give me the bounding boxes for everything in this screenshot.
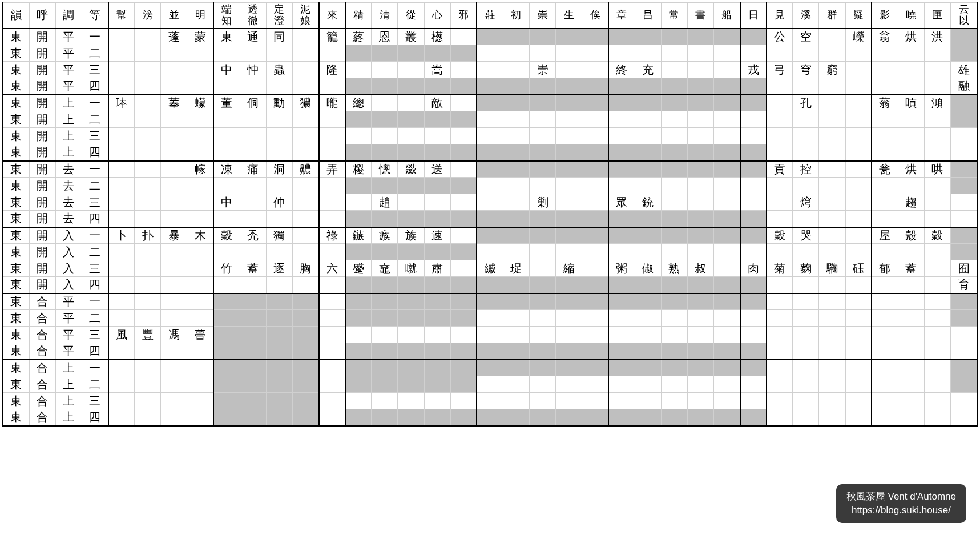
table-cell bbox=[450, 260, 477, 277]
table-cell bbox=[740, 244, 767, 260]
table-cell bbox=[582, 62, 608, 78]
table-cell bbox=[345, 211, 372, 227]
table-cell bbox=[951, 178, 978, 194]
table-cell bbox=[635, 111, 661, 128]
table-cell: 郁 bbox=[872, 260, 898, 277]
table-cell bbox=[319, 211, 345, 227]
table-cell: 二 bbox=[82, 45, 108, 62]
table-cell bbox=[135, 409, 161, 426]
table-cell bbox=[845, 95, 872, 111]
table-cell: 東 bbox=[3, 277, 29, 293]
table-cell bbox=[582, 78, 608, 95]
table-cell bbox=[687, 327, 713, 343]
table-cell: 烘 bbox=[898, 161, 924, 178]
table-cell: 窮 bbox=[819, 62, 845, 78]
table-cell bbox=[793, 310, 819, 327]
table-cell bbox=[793, 409, 819, 426]
table-cell bbox=[635, 128, 661, 144]
table-cell bbox=[767, 45, 793, 62]
table-cell bbox=[635, 310, 661, 327]
table-cell bbox=[582, 360, 608, 376]
table-cell bbox=[345, 144, 372, 161]
table-cell bbox=[161, 211, 187, 227]
table-cell bbox=[608, 111, 635, 128]
table-cell bbox=[135, 244, 161, 260]
table-cell bbox=[661, 161, 687, 178]
table-cell: 哄 bbox=[924, 161, 950, 178]
table-cell: 凍 bbox=[213, 161, 240, 178]
table-cell: 控 bbox=[793, 161, 819, 178]
table-cell: 通 bbox=[240, 29, 266, 45]
table-cell: 開 bbox=[29, 95, 55, 111]
table-cell bbox=[161, 128, 187, 144]
table-cell bbox=[819, 144, 845, 161]
table-cell bbox=[266, 244, 292, 260]
rime-table: 韻呼調等幫滂並明端知透徹定澄泥娘來精清從心邪莊初崇生俟章昌常書船日見溪群疑影曉匣… bbox=[2, 2, 978, 427]
table-cell bbox=[845, 45, 872, 62]
initial-header: 心 bbox=[424, 3, 450, 29]
table-cell: 洞 bbox=[266, 161, 292, 178]
table-cell bbox=[951, 144, 978, 161]
table-cell bbox=[608, 277, 635, 293]
table-cell: 俶 bbox=[635, 260, 661, 277]
table-cell bbox=[108, 78, 135, 95]
table-cell bbox=[819, 376, 845, 393]
table-cell bbox=[556, 227, 582, 244]
initial-header: 並 bbox=[161, 3, 187, 29]
table-cell bbox=[108, 29, 135, 45]
table-cell bbox=[530, 409, 556, 426]
table-cell: 一 bbox=[82, 29, 108, 45]
table-cell bbox=[713, 376, 740, 393]
table-cell bbox=[819, 128, 845, 144]
table-cell bbox=[872, 194, 898, 211]
table-cell bbox=[556, 327, 582, 343]
table-cell: 三 bbox=[82, 62, 108, 78]
table-cell: 翁 bbox=[872, 29, 898, 45]
table-cell bbox=[187, 376, 213, 393]
table-cell bbox=[740, 293, 767, 310]
initial-header: 明 bbox=[187, 3, 213, 29]
table-cell bbox=[740, 128, 767, 144]
table-cell bbox=[292, 409, 318, 426]
table-cell bbox=[767, 144, 793, 161]
table-cell bbox=[450, 293, 477, 310]
table-cell bbox=[635, 277, 661, 293]
table-cell bbox=[661, 227, 687, 244]
table-cell bbox=[635, 409, 661, 426]
table-cell bbox=[819, 227, 845, 244]
table-cell bbox=[793, 244, 819, 260]
table-cell bbox=[924, 277, 950, 293]
table-cell: 合 bbox=[29, 409, 55, 426]
table-cell bbox=[372, 327, 398, 343]
table-cell bbox=[450, 144, 477, 161]
table-cell bbox=[845, 393, 872, 409]
table-cell bbox=[898, 310, 924, 327]
table-cell: 平 bbox=[55, 310, 82, 327]
table-cell bbox=[661, 327, 687, 343]
table-cell bbox=[424, 211, 450, 227]
table-cell bbox=[292, 244, 318, 260]
table-cell bbox=[713, 95, 740, 111]
table-cell bbox=[187, 144, 213, 161]
table-cell bbox=[872, 144, 898, 161]
table-cell: 東 bbox=[3, 111, 29, 128]
initial-header: 精 bbox=[345, 3, 372, 29]
table-cell bbox=[135, 111, 161, 128]
table-cell: 合 bbox=[29, 327, 55, 343]
table-cell bbox=[161, 194, 187, 211]
table-cell bbox=[319, 45, 345, 62]
table-cell bbox=[424, 244, 450, 260]
initial-header: 定澄 bbox=[266, 3, 292, 29]
table-cell: 公 bbox=[767, 29, 793, 45]
table-cell bbox=[793, 178, 819, 194]
table-cell bbox=[582, 293, 608, 310]
table-cell bbox=[661, 29, 687, 45]
table-cell: 東 bbox=[3, 409, 29, 426]
table-cell: 去 bbox=[55, 211, 82, 227]
table-cell bbox=[713, 128, 740, 144]
table-cell bbox=[608, 161, 635, 178]
table-cell bbox=[108, 244, 135, 260]
initial-header: 幫 bbox=[108, 3, 135, 29]
table-cell: 東 bbox=[3, 293, 29, 310]
table-cell bbox=[398, 144, 424, 161]
